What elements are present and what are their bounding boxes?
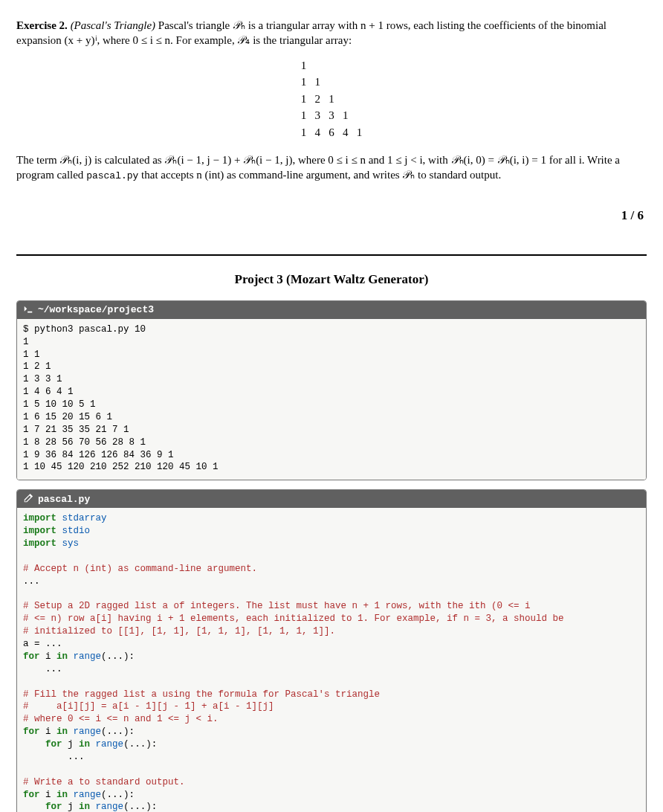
exercise-label: Exercise 2. [16,19,68,31]
term-desc-b: that accepts n (int) as command-line arg… [138,169,501,181]
terminal-path: ~/workspace/project3 [38,304,154,315]
editor-header: pascal.py [17,490,646,508]
inline-code-filename: pascal.py [86,170,138,181]
terminal-header: ~/workspace/project3 [17,301,646,319]
editor-filename: pascal.py [38,494,90,505]
terminal-panel: ~/workspace/project3 $ python3 pascal.py… [16,300,647,481]
exercise-paragraph: Exercise 2. (Pascal's Triangle) Pascal's… [16,18,647,48]
edit-icon [23,493,33,505]
exercise-term-paragraph: The term 𝒫ₙ(i, j) is calculated as 𝒫ₙ(i … [16,152,647,183]
page-divider [16,254,647,256]
editor-code: import stdarray import stdio import sys … [17,508,646,812]
project-title: Project 3 (Mozart Waltz Generator) [16,272,647,287]
pascal-triangle-example: 1 1 1 1 2 1 1 3 3 1 1 4 6 4 1 [301,57,363,141]
terminal-icon [23,304,33,316]
page-number: 1 / 6 [19,208,644,223]
editor-panel: pascal.py import stdarray import stdio i… [16,489,647,812]
exercise-title: (Pascal's Triangle) [71,19,155,31]
terminal-output: $ python3 pascal.py 10 1 1 1 1 2 1 1 3 3… [17,319,646,480]
